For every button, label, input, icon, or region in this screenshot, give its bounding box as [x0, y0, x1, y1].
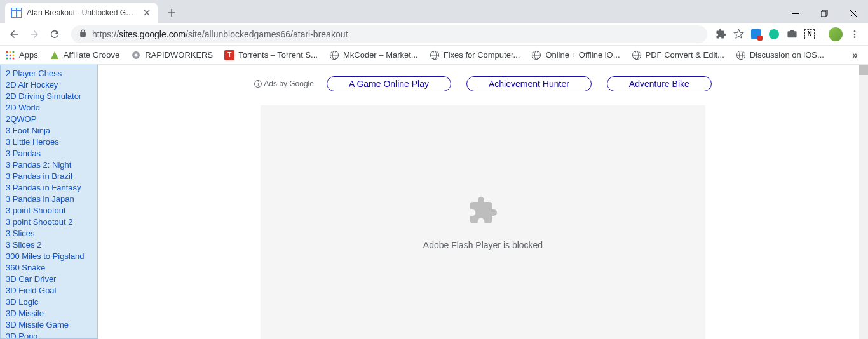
main-area: iAds by Google A Game Online PlayAchieve… [98, 65, 868, 339]
bookmark-item[interactable]: Fixes for Computer... [430, 50, 520, 60]
svg-point-22 [10, 57, 11, 59]
sidebar-link[interactable]: 3 Little Heroes [6, 136, 96, 148]
globe-icon [736, 50, 746, 60]
sidebar-link[interactable]: 300 Miles to Pigsland [6, 251, 96, 262]
extension-n-icon[interactable]: N [804, 29, 815, 40]
svg-point-15 [6, 51, 8, 53]
sidebar-nav: 2 Player Chess2D Air Hockey2D Driving Si… [0, 65, 98, 339]
forward-button[interactable] [25, 25, 43, 43]
svg-point-17 [13, 51, 15, 53]
svg-rect-9 [821, 11, 826, 17]
green-tri-icon [50, 50, 60, 60]
extension-camera-icon[interactable] [786, 29, 797, 40]
bookmark-label: Torrents – Torrent S... [238, 50, 318, 60]
page-content: 2 Player Chess2D Air Hockey2D Driving Si… [0, 65, 868, 339]
ads-row: iAds by Google A Game Online PlayAchieve… [98, 65, 868, 96]
extension-blue-icon[interactable] [750, 29, 762, 40]
sidebar-link[interactable]: 3D Missile [6, 308, 96, 319]
bookmark-label: Discussion on iOS... [750, 50, 824, 60]
bookmark-label: RAPIDWORKERS [145, 50, 213, 60]
svg-point-13 [854, 33, 856, 35]
minimize-button[interactable] [780, 4, 810, 23]
close-window-button[interactable] [839, 4, 868, 23]
sidebar-link[interactable]: 3D Pong [6, 331, 96, 339]
address-bar[interactable]: https://sites.google.com/site/allunblock… [71, 25, 707, 43]
sidebar-link[interactable]: 3 Pandas in Fantasy [6, 182, 96, 194]
ad-link[interactable]: Adventure Bike [607, 76, 712, 91]
sidebar-link[interactable]: 360 Snake [6, 262, 96, 274]
globe-icon [430, 50, 440, 60]
bookmark-label: Fixes for Computer... [444, 50, 520, 60]
sidebar-link[interactable]: 3D Car Driver [6, 274, 96, 285]
url-text: https://sites.google.com/site/allunblock… [92, 29, 348, 39]
bookmark-label: MkCoder – Market... [343, 50, 418, 60]
bookmark-item[interactable]: Discussion on iOS... [736, 50, 824, 60]
bookmark-item[interactable]: Apps [5, 50, 38, 60]
sidebar-link[interactable]: 3 point Shootout 2 [6, 216, 96, 228]
sidebar-link[interactable]: 3 Foot Ninja [6, 125, 96, 136]
sidebar-link[interactable]: 2D World [6, 102, 96, 114]
svg-point-20 [13, 54, 15, 56]
browser-tab[interactable]: Atari Breakout - Unblocked Gam… [5, 3, 158, 23]
info-icon[interactable]: i [254, 80, 262, 88]
toolbar: https://sites.google.com/site/allunblock… [0, 23, 868, 46]
svg-point-25 [135, 53, 138, 56]
bookmarks-overflow-icon[interactable]: » [852, 50, 863, 61]
svg-point-19 [10, 54, 11, 56]
window-controls [780, 4, 868, 23]
ads-by-google-label: iAds by Google [254, 79, 314, 88]
sidebar-link[interactable]: 2 Player Chess [6, 68, 96, 79]
chrome-menu-icon[interactable] [849, 29, 860, 40]
sidebar-link[interactable]: 3 Slices 2 [6, 239, 96, 251]
sidebar-link[interactable]: 2QWOP [6, 114, 96, 125]
bookmark-label: PDF Convert & Edit... [646, 50, 724, 60]
sidebar-link[interactable]: 2D Air Hockey [6, 79, 96, 91]
globe-icon [329, 50, 339, 60]
sidebar-link[interactable]: 3 Pandas 2: Night [6, 159, 96, 171]
extension-grammarly-icon[interactable] [768, 29, 780, 40]
maximize-button[interactable] [810, 4, 839, 23]
reload-button[interactable] [46, 25, 64, 43]
svg-point-12 [854, 30, 856, 32]
gray-circle-icon [131, 50, 141, 60]
tab-strip: Atari Breakout - Unblocked Gam… [0, 0, 868, 23]
svg-point-21 [6, 57, 8, 59]
ad-link[interactable]: Achievement Hunter [466, 76, 592, 91]
ad-link[interactable]: A Game Online Play [327, 76, 451, 91]
bookmark-item[interactable]: TTorrents – Torrent S... [224, 50, 318, 60]
sidebar-link[interactable]: 3D Missile Game [6, 319, 96, 331]
new-tab-button[interactable] [163, 4, 180, 22]
page-scrollbar-thumb[interactable] [859, 65, 868, 75]
profile-avatar[interactable] [829, 27, 843, 41]
page-scrollbar[interactable] [859, 65, 868, 339]
sidebar-link[interactable]: 3D Logic [6, 296, 96, 308]
toolbar-actions: N [715, 27, 863, 41]
sidebar-link[interactable]: 3D Field Goal [6, 285, 96, 296]
back-button[interactable] [5, 25, 23, 43]
puzzle-piece-icon [468, 196, 498, 229]
bookmark-item[interactable]: MkCoder – Market... [329, 50, 418, 60]
bookmark-item[interactable]: Online + Offline iO... [531, 50, 620, 60]
flash-blocked-area[interactable]: Adobe Flash Player is blocked [261, 105, 705, 339]
bookmark-label: Affiliate Groove [64, 50, 120, 60]
svg-point-23 [13, 57, 15, 59]
tab-title: Atari Breakout - Unblocked Gam… [27, 8, 137, 17]
svg-point-16 [10, 51, 11, 53]
bookmark-star-icon[interactable] [733, 29, 744, 40]
sidebar-link[interactable]: 3 Pandas in Brazil [6, 171, 96, 182]
bookmark-label: Apps [19, 50, 38, 60]
bookmark-item[interactable]: PDF Convert & Edit... [632, 50, 724, 60]
lock-icon [79, 29, 87, 40]
bookmark-item[interactable]: RAPIDWORKERS [131, 50, 213, 60]
apps-grid-icon [5, 50, 15, 60]
svg-point-18 [6, 54, 8, 56]
bookmark-item[interactable]: Affiliate Groove [50, 50, 120, 60]
globe-icon [531, 50, 541, 60]
sidebar-link[interactable]: 3 Pandas in Japan [6, 194, 96, 205]
extensions-icon[interactable] [715, 29, 726, 40]
sidebar-link[interactable]: 3 point Shootout [6, 205, 96, 216]
sidebar-link[interactable]: 3 Pandas [6, 148, 96, 159]
sidebar-link[interactable]: 3 Slices [6, 228, 96, 239]
sidebar-link[interactable]: 2D Driving Simulator [6, 91, 96, 102]
tab-close-icon[interactable] [142, 8, 151, 17]
